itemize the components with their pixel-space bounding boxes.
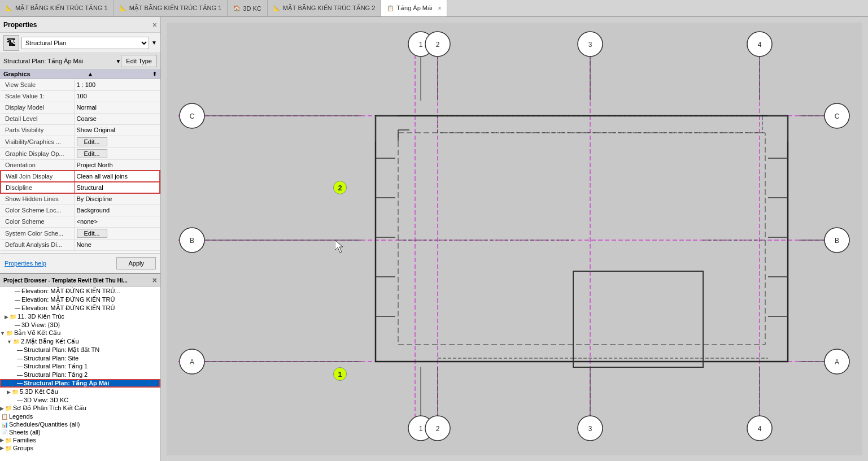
expand-icon: ▶ — [0, 445, 4, 451]
prop-row-discipline: Discipline Structural — [1, 182, 160, 193]
browser-item-label: Elevation: MẶT ĐỨNG KIẾN TRÚ... — [21, 288, 120, 295]
prop-value-system-color-scheme[interactable]: Edit... — [74, 227, 160, 239]
prop-label-scale-value: Scale Value 1: — [1, 90, 74, 102]
browser-item-ban-ve-ket-cau[interactable]: ▼ 📁 Bản Vẽ Kết Cấu — [0, 329, 160, 337]
folder-icon: 📁 — [10, 314, 16, 320]
folder-icon: 📁 — [13, 338, 20, 345]
prop-value-view-scale[interactable]: 1 : 100 — [74, 79, 160, 90]
tree-icon: — — [17, 363, 23, 369]
prop-row-display-model: Display Model Normal — [1, 102, 160, 113]
browser-item-mat-bang-ket-cau[interactable]: ▼ 📁 2.Mặt Bằng Kết Cấu — [0, 337, 160, 346]
properties-close-button[interactable]: × — [152, 20, 157, 29]
svg-text:2: 2 — [436, 41, 440, 49]
tab-close-5[interactable]: × — [438, 5, 442, 11]
prop-value-orientation[interactable]: Project North — [74, 159, 160, 171]
instance-dropdown-icon[interactable]: ▼ — [115, 58, 121, 64]
browser-item-label: Elevation: MẶT ĐỨNG KIẾN TRÚ — [21, 296, 115, 303]
expand-icon: ▶ — [0, 406, 4, 411]
prop-value-discipline[interactable]: Structural — [74, 182, 160, 193]
tab-label-1: MẶT BẰNG KIẾN TRÚC TẦNG 1 — [15, 5, 108, 12]
type-selector: 🏗 Structural Plan ▼ — [0, 33, 160, 53]
browser-item-site[interactable]: — Structural Plan: Site — [0, 354, 160, 362]
tab-label-4: MẶT BẰNG KIẾN TRÚC TẦNG 2 — [283, 5, 376, 12]
browser-item-mat-dat-tn[interactable]: — Structural Plan: Mặt đất TN — [0, 346, 160, 354]
prop-label-visibility-graphics: Visibility/Graphics ... — [1, 136, 74, 147]
canvas-area[interactable]: 1 2 3 4 1 2 3 4 — [161, 17, 868, 461]
chevron-down-icon: ▼ — [151, 40, 157, 46]
browser-item-label: 3D View: {3D} — [21, 321, 60, 328]
browser-item-label: 3D View: 3D KC — [24, 397, 68, 403]
tab-mat-bang-1[interactable]: 📐 MẶT BẰNG KIẾN TRÚC TẦNG 1 — [0, 0, 114, 16]
browser-item-sheets[interactable]: 📄 Sheets (all) — [0, 428, 160, 436]
tree-icon: — — [15, 288, 20, 294]
browser-item-groups[interactable]: ▶ 📁 Groups — [0, 444, 160, 452]
tree-icon: — — [15, 297, 20, 303]
prop-value-display-model[interactable]: Normal — [74, 102, 160, 113]
svg-text:A: A — [835, 358, 839, 366]
browser-item-label: Structural Plan: Tầng 2 — [24, 371, 88, 379]
svg-text:B: B — [190, 237, 194, 245]
svg-text:B: B — [835, 237, 839, 245]
tree-icon: — — [17, 380, 23, 386]
tab-tang-ap-mai[interactable]: 📋 Tầng Áp Mái × — [381, 0, 447, 16]
prop-value-color-scheme-loc[interactable]: Background — [74, 205, 160, 216]
tab-3d-kc[interactable]: 🏠 3D KC — [228, 0, 267, 16]
tab-mat-bang-tang2[interactable]: 📐 MẶT BẰNG KIẾN TRÚC TẦNG 2 — [268, 0, 382, 16]
browser-close-button[interactable]: × — [152, 276, 157, 285]
tab-icon-1: 📐 — [6, 5, 12, 11]
properties-scroll-area[interactable]: View Scale 1 : 100 Scale Value 1: 100 Di… — [0, 79, 160, 253]
prop-label-discipline: Discipline — [1, 182, 74, 193]
browser-item-label: Structural Plan: Site — [24, 355, 78, 362]
prop-value-detail-level[interactable]: Coarse — [74, 113, 160, 124]
prop-label-detail-level: Detail Level — [1, 113, 74, 124]
graphic-display-edit-button[interactable]: Edit... — [77, 149, 107, 158]
browser-item-elevation2[interactable]: — Elevation: MẶT ĐỨNG KIẾN TRÚ — [0, 295, 160, 304]
system-color-scheme-edit-button[interactable]: Edit... — [77, 229, 107, 238]
browser-item-5-3d[interactable]: ▶ 📁 5.3D Kết Cấu — [0, 388, 160, 396]
tab-icon-5: 📋 — [387, 5, 394, 11]
type-dropdown[interactable]: Structural Plan — [21, 37, 149, 49]
browser-item-3d-view-kc[interactable]: — 3D View: 3D KC — [0, 396, 160, 404]
prop-value-visibility-graphics[interactable]: Edit... — [74, 136, 160, 147]
prop-value-color-scheme[interactable]: <none> — [74, 216, 160, 227]
folder-icon: 📁 — [6, 330, 13, 336]
edit-type-button[interactable]: Edit Type — [121, 55, 157, 67]
browser-item-3d-kien-truc[interactable]: ▶ 📁 11. 3D Kiến Trúc — [0, 312, 160, 321]
browser-item-elevation3[interactable]: — Elevation: MẶT ĐỨNG KIẾN TRÚ — [0, 304, 160, 312]
instance-header: Structural Plan: Tầng Áp Mái ▼ Edit Type — [0, 53, 160, 69]
tab-mat-bang-2[interactable]: 📐 MẶT BẰNG KIẾN TRÚC TẦNG 1 — [114, 0, 228, 16]
prop-value-graphic-display[interactable]: Edit... — [74, 147, 160, 159]
svg-text:4: 4 — [758, 41, 762, 49]
browser-item-label: Elevation: MẶT ĐỨNG KIẾN TRÚ — [21, 305, 115, 312]
tree-icon: — — [15, 322, 20, 328]
visibility-graphics-edit-button[interactable]: Edit... — [77, 137, 107, 146]
prop-label-display-model: Display Model — [1, 102, 74, 113]
properties-help-link[interactable]: Properties help — [5, 260, 46, 267]
schedule-icon: 📊 — [1, 421, 8, 428]
prop-value-default-analysis[interactable]: None — [74, 239, 160, 250]
browser-item-label: 2.Mặt Bằng Kết Cấu — [21, 338, 79, 345]
browser-item-tang2[interactable]: — Structural Plan: Tầng 2 — [0, 371, 160, 379]
prop-value-show-hidden-lines[interactable]: By Discipline — [74, 193, 160, 205]
apply-button[interactable]: Apply — [116, 257, 156, 269]
browser-item-label: Bản Vẽ Kết Cấu — [14, 329, 60, 337]
browser-item-so-do[interactable]: ▶ 📁 Sơ Đồ Phân Tích Kết Cấu — [0, 404, 160, 412]
annotation-badge-1: 1 — [333, 367, 347, 381]
browser-item-families[interactable]: ▶ 📁 Families — [0, 436, 160, 444]
tab-icon-2: 📐 — [120, 5, 127, 11]
prop-label-system-color-scheme: System Color Sche... — [1, 227, 74, 239]
browser-item-elevation1[interactable]: — Elevation: MẶT ĐỨNG KIẾN TRÚ... — [0, 287, 160, 295]
prop-value-parts-visibility[interactable]: Show Original — [74, 124, 160, 136]
tree-icon: — — [17, 347, 23, 353]
browser-item-schedules[interactable]: 📊 Schedules/Quantities (all) — [0, 420, 160, 428]
prop-value-wall-join-display[interactable]: Clean all wall joins — [74, 171, 160, 182]
browser-item-legends[interactable]: 📋 Legends — [0, 412, 160, 420]
browser-item-tang-ap-mai[interactable]: — Structural Plan: Tầng Áp Mái — [0, 379, 160, 388]
browser-item-3d-view[interactable]: — 3D View: {3D} — [0, 321, 160, 329]
graphics-section-header[interactable]: Graphics ▲ ⬆ — [0, 69, 160, 79]
prop-value-scale-value[interactable]: 100 — [74, 90, 160, 102]
project-browser-content[interactable]: — Elevation: MẶT ĐỨNG KIẾN TRÚ... — Elev… — [0, 287, 160, 461]
properties-table: View Scale 1 : 100 Scale Value 1: 100 Di… — [0, 79, 160, 251]
browser-item-tang1[interactable]: — Structural Plan: Tầng 1 — [0, 362, 160, 371]
svg-text:4: 4 — [758, 425, 762, 433]
